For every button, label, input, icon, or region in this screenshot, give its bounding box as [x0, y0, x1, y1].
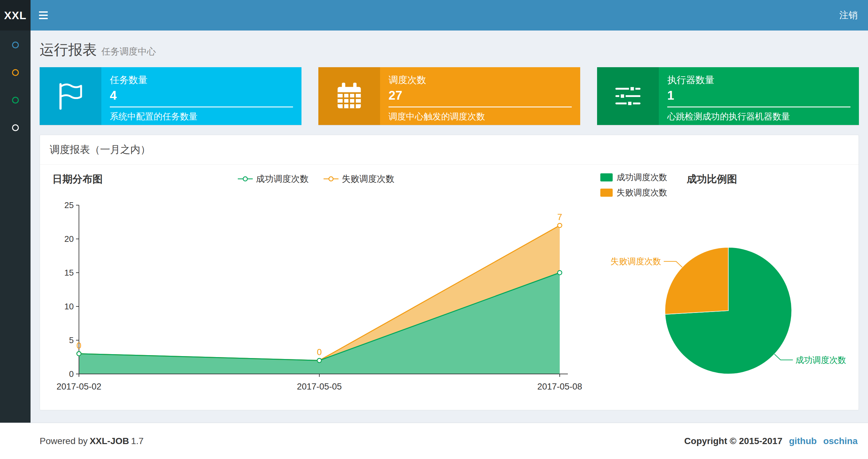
info-box-executor-count: 执行器数量 1 心跳检测成功的执行器机器数量 — [597, 67, 859, 125]
info-box-value: 27 — [389, 89, 572, 103]
svg-text:25: 25 — [64, 200, 74, 210]
info-box-description: 系统中配置的任务数量 — [110, 111, 293, 122]
date-distribution-section: 日期分布图 成功调度次数失败调度次数 05101520252017-05-022… — [46, 170, 586, 405]
info-box-job-count: 任务数量 4 系统中配置的任务数量 — [40, 67, 302, 125]
calendar-icon — [318, 67, 380, 125]
info-box-description: 心跳检测成功的执行器机器数量 — [667, 111, 850, 122]
svg-text:2017-05-08: 2017-05-08 — [537, 382, 582, 392]
page-footer: Powered byXXL-JOB1.7 Copyright © 2015-20… — [0, 423, 868, 459]
page-subtitle: 任务调度中心 — [101, 46, 156, 57]
svg-text:2017-05-02: 2017-05-02 — [57, 382, 101, 392]
info-box-value: 4 — [110, 89, 293, 103]
sidebar-menu-item-1-circle-icon[interactable] — [12, 41, 19, 48]
github-link[interactable]: github — [789, 436, 817, 446]
info-box-body: 任务数量 4 系统中配置的任务数量 — [101, 67, 302, 125]
info-box-body: 调度次数 27 调度中心触发的调度次数 — [380, 67, 580, 125]
oschina-link[interactable]: oschina — [823, 436, 858, 446]
copyright-area: Copyright © 2015-2017 github oschina — [684, 436, 858, 446]
sidebar — [0, 31, 31, 459]
flag-icon — [40, 67, 101, 125]
sidebar-menu-item-4-circle-icon[interactable] — [12, 124, 19, 131]
divider — [110, 106, 293, 107]
sidebar-menu-item-3-circle-icon[interactable] — [12, 97, 19, 103]
info-box-value: 1 — [667, 89, 850, 103]
divider — [667, 106, 850, 107]
svg-text:2017-05-05: 2017-05-05 — [297, 382, 342, 392]
svg-text:0: 0 — [76, 341, 81, 351]
svg-text:15: 15 — [64, 268, 74, 277]
divider — [389, 106, 572, 107]
page-title: 运行报表 — [40, 41, 97, 58]
svg-text:7: 7 — [557, 212, 562, 222]
pie-legend-item-1[interactable]: 失败调度次数 — [600, 187, 667, 198]
pie-chart-title: 成功比例图 — [687, 172, 737, 186]
svg-text:20: 20 — [64, 234, 74, 244]
svg-text:5: 5 — [69, 335, 74, 345]
line-chart-legend: 成功调度次数失败调度次数 — [238, 173, 394, 185]
powered-by-text: Powered byXXL-JOB1.7 — [40, 436, 146, 446]
date-distribution-area-chart: 05101520252017-05-022017-05-052017-05-08… — [46, 191, 586, 405]
logo[interactable]: XXL — [0, 0, 31, 31]
svg-text:失败调度次数: 失败调度次数 — [610, 257, 661, 266]
success-ratio-section: 成功调度次数失败调度次数 成功比例图 成功调度次数失败调度次数 — [586, 170, 857, 405]
info-box-description: 调度中心触发的调度次数 — [389, 111, 572, 122]
product-version: 1.7 — [131, 436, 144, 446]
main-content: 运行报表任务调度中心 任务数量 4 系统中配置的任务数量 — [31, 31, 868, 423]
success-ratio-pie-chart: 成功调度次数失败调度次数 — [600, 201, 857, 383]
sidebar-menu-item-2-circle-icon[interactable] — [12, 69, 19, 76]
product-name: XXL-JOB — [90, 436, 129, 446]
report-panel: 调度报表（一月之内） 日期分布图 成功调度次数失败调度次数 0510152025… — [40, 135, 859, 410]
logout-link[interactable]: 注销 — [829, 0, 868, 31]
info-box-title: 执行器数量 — [667, 74, 850, 87]
hamburger-menu-icon[interactable] — [31, 0, 56, 31]
svg-text:0: 0 — [69, 369, 74, 379]
legend-item-0[interactable]: 成功调度次数 — [238, 173, 309, 185]
svg-text:成功调度次数: 成功调度次数 — [796, 355, 846, 365]
pie-chart-legend: 成功调度次数失败调度次数 — [600, 172, 667, 198]
info-box-title: 调度次数 — [389, 74, 572, 87]
svg-text:0: 0 — [317, 347, 321, 357]
legend-item-1[interactable]: 失败调度次数 — [323, 173, 394, 185]
info-box-trigger-count: 调度次数 27 调度中心触发的调度次数 — [318, 67, 580, 125]
powered-by-prefix: Powered by — [40, 436, 88, 446]
copyright-text: Copyright © 2015-2017 — [684, 436, 782, 446]
panel-body: 日期分布图 成功调度次数失败调度次数 05101520252017-05-022… — [40, 165, 859, 410]
pie-legend-item-0[interactable]: 成功调度次数 — [600, 172, 667, 183]
page-header: 运行报表任务调度中心 — [31, 31, 868, 67]
sliders-icon — [597, 67, 659, 125]
top-navbar: XXL 注销 — [0, 0, 868, 31]
panel-title: 调度报表（一月之内） — [40, 135, 859, 165]
info-box-body: 执行器数量 1 心跳检测成功的执行器机器数量 — [659, 67, 859, 125]
svg-text:10: 10 — [64, 301, 74, 311]
info-box-row: 任务数量 4 系统中配置的任务数量 调度次数 27 调度中心触发的调度次数 — [31, 67, 868, 125]
info-box-title: 任务数量 — [110, 74, 293, 87]
